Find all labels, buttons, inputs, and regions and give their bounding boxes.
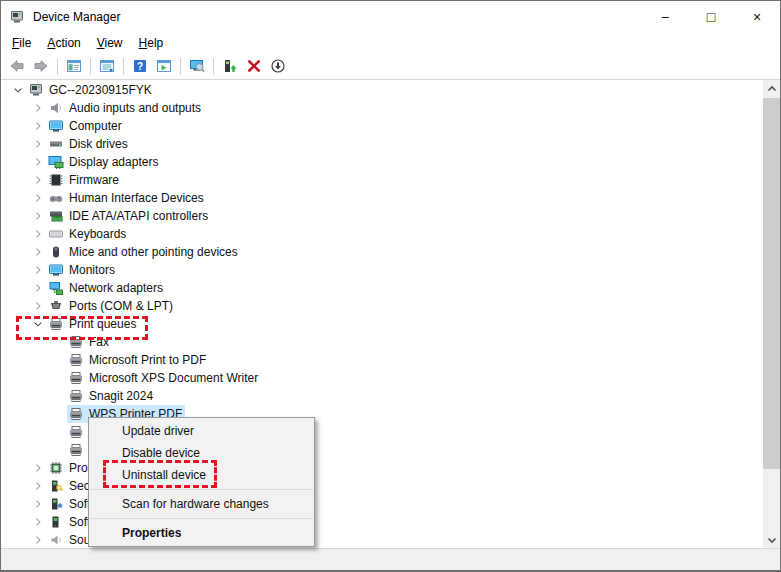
- chevron-right-icon[interactable]: [29, 478, 47, 494]
- help-button[interactable]: ?: [128, 55, 152, 77]
- context-menu-item-disable-device[interactable]: Disable device: [89, 442, 314, 464]
- tree-item-snagit-2024[interactable]: Snagit 2024: [1, 387, 763, 405]
- tree-item-mice-and-other-pointing-devices[interactable]: Mice and other pointing devices: [1, 243, 763, 261]
- software-device-icon: [48, 514, 64, 530]
- tree-item-microsoft-xps-document-writer[interactable]: Microsoft XPS Document Writer: [1, 369, 763, 387]
- software-component-icon: [48, 496, 64, 512]
- printer-icon: [68, 442, 84, 458]
- tree-item-human-interface-devices[interactable]: Human Interface Devices: [1, 189, 763, 207]
- tree-item-label: Mice and other pointing devices: [69, 245, 238, 259]
- serial-port-icon: [48, 298, 64, 314]
- chevron-right-icon[interactable]: [29, 262, 47, 278]
- scrollbar-thumb[interactable]: [763, 98, 780, 469]
- svg-text:?: ?: [137, 61, 143, 72]
- scroll-down-button[interactable]: [763, 531, 780, 548]
- action-window-button[interactable]: [152, 55, 176, 77]
- chevron-right-icon[interactable]: [29, 226, 47, 242]
- chevron-spacer: [49, 424, 67, 440]
- monitor-icon: [48, 118, 64, 134]
- tree-item-label: Display adapters: [69, 155, 158, 169]
- firmware-chip-icon: [48, 172, 64, 188]
- context-menu-item-scan-for-hardware-changes[interactable]: Scan for hardware changes: [89, 493, 314, 515]
- chevron-right-icon[interactable]: [29, 172, 47, 188]
- tree-item-fax[interactable]: Fax: [1, 333, 763, 351]
- chevron-down-icon[interactable]: [9, 82, 27, 98]
- toolbar-separator: [123, 58, 124, 75]
- toolbar-separator: [213, 58, 214, 75]
- minimize-button[interactable]: −: [642, 1, 688, 32]
- chevron-right-icon[interactable]: [29, 460, 47, 476]
- tree-item-label: GC--20230915FYK: [49, 83, 152, 97]
- chevron-right-icon[interactable]: [29, 532, 47, 548]
- tree-item-ide-ata-atapi-controllers[interactable]: IDE ATA/ATAPI controllers: [1, 207, 763, 225]
- tree-item-microsoft-print-to-pdf[interactable]: Microsoft Print to PDF: [1, 351, 763, 369]
- display-adapter-icon: [48, 154, 64, 170]
- chevron-right-icon[interactable]: [29, 244, 47, 260]
- printer-icon: [68, 370, 84, 386]
- tree-item-label: Human Interface Devices: [69, 191, 204, 205]
- properties-window-button[interactable]: [95, 55, 119, 77]
- ide-controller-icon: [48, 208, 64, 224]
- close-button[interactable]: ×: [734, 1, 780, 32]
- menu-action[interactable]: Action: [39, 34, 88, 52]
- chevron-right-icon[interactable]: [29, 208, 47, 224]
- tree-item-label: Microsoft Print to PDF: [89, 353, 206, 367]
- maximize-button[interactable]: □: [688, 1, 734, 32]
- chevron-right-icon[interactable]: [29, 298, 47, 314]
- chevron-right-icon[interactable]: [29, 280, 47, 296]
- printer-icon: [68, 352, 84, 368]
- toolbar-separator: [57, 58, 58, 75]
- tree-item-display-adapters[interactable]: Display adapters: [1, 153, 763, 171]
- tree-item-audio-inputs-and-outputs[interactable]: Audio inputs and outputs: [1, 99, 763, 117]
- tree-item-print-queues[interactable]: Print queues: [1, 315, 763, 333]
- show-console-tree-button[interactable]: [62, 55, 86, 77]
- tree-item-disk-drives[interactable]: Disk drives: [1, 135, 763, 153]
- keyboard-icon: [48, 226, 64, 242]
- tree-item-firmware[interactable]: Firmware: [1, 171, 763, 189]
- processor-icon: [48, 460, 64, 476]
- chevron-right-icon[interactable]: [29, 190, 47, 206]
- tree-item-label: Snagit 2024: [89, 389, 153, 403]
- chevron-right-icon[interactable]: [29, 100, 47, 116]
- disable-device-button[interactable]: [266, 55, 290, 77]
- chevron-right-icon[interactable]: [29, 496, 47, 512]
- tree-item-network-adapters[interactable]: Network adapters: [1, 279, 763, 297]
- toolbar-separator: [180, 58, 181, 75]
- tree-item-label: Print queues: [69, 317, 136, 331]
- scan-hardware-changes-icon: [189, 58, 205, 74]
- chevron-right-icon[interactable]: [29, 154, 47, 170]
- tree-item-label: Network adapters: [69, 281, 163, 295]
- tree-item-label: Firmware: [69, 173, 119, 187]
- tree-item-ports-com-lpt[interactable]: Ports (COM & LPT): [1, 297, 763, 315]
- scroll-up-button[interactable]: [763, 80, 780, 97]
- vertical-scrollbar[interactable]: [763, 80, 780, 548]
- context-menu-separator: [90, 518, 313, 519]
- tree-item-computer[interactable]: Computer: [1, 117, 763, 135]
- chevron-right-icon[interactable]: [29, 136, 47, 152]
- monitor-icon: [48, 262, 64, 278]
- scan-hardware-changes-button[interactable]: [185, 55, 209, 77]
- menu-view[interactable]: View: [89, 34, 131, 52]
- status-bar: [1, 548, 780, 570]
- chevron-right-icon[interactable]: [29, 514, 47, 530]
- nav-back-button[interactable]: [5, 55, 29, 77]
- tree-item-monitors[interactable]: Monitors: [1, 261, 763, 279]
- tree-item-label: IDE ATA/ATAPI controllers: [69, 209, 208, 223]
- context-menu-item-update-driver[interactable]: Update driver: [89, 420, 314, 442]
- update-driver-button[interactable]: [218, 55, 242, 77]
- tree-item-gc-20230915fyk[interactable]: GC--20230915FYK: [1, 81, 763, 99]
- context-menu: Update driverDisable deviceUninstall dev…: [88, 417, 315, 547]
- nav-forward-button[interactable]: [29, 55, 53, 77]
- context-menu-item-properties[interactable]: Properties: [89, 522, 314, 544]
- printer-icon: [68, 424, 84, 440]
- chevron-right-icon[interactable]: [29, 118, 47, 134]
- tree-item-keyboards[interactable]: Keyboards: [1, 225, 763, 243]
- security-device-icon: [48, 478, 64, 494]
- menu-help[interactable]: Help: [131, 34, 172, 52]
- uninstall-device-button[interactable]: [242, 55, 266, 77]
- menu-file[interactable]: File: [4, 34, 39, 52]
- context-menu-item-uninstall-device[interactable]: Uninstall device: [89, 464, 314, 486]
- toolbar: ?: [1, 53, 780, 80]
- device-manager-window: Device Manager − □ × File Action View He…: [0, 0, 781, 572]
- chevron-down-icon[interactable]: [29, 316, 47, 332]
